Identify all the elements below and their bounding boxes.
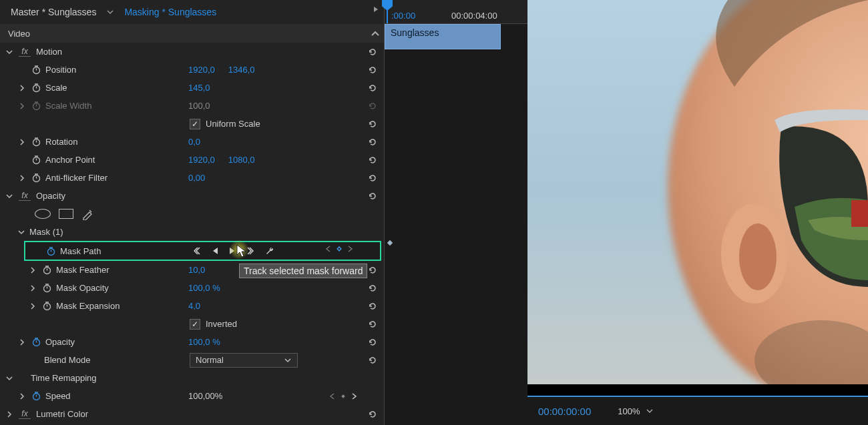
reset-icon[interactable] [367, 408, 379, 420]
opacity-prop-value[interactable]: 100,0 % [188, 337, 220, 347]
chevron-right-icon[interactable] [0, 85, 29, 91]
effect-time-remapping[interactable]: Time Remapping [0, 369, 384, 387]
wrench-icon[interactable] [264, 246, 275, 256]
stopwatch-icon[interactable] [40, 301, 53, 311]
reset-icon[interactable] [367, 318, 379, 330]
effect-lumetri[interactable]: fx Lumetri Color [0, 405, 384, 423]
reset-icon[interactable] [367, 118, 379, 130]
svg-rect-14 [387, 240, 393, 246]
stopwatch-icon[interactable] [29, 137, 43, 147]
track-backward-icon[interactable] [211, 246, 219, 256]
effect-opacity[interactable]: fx Opacity [0, 187, 384, 205]
stopwatch-icon [29, 101, 43, 111]
keyframe-diamond-icon[interactable] [386, 239, 394, 247]
reset-icon[interactable] [367, 46, 379, 58]
ellipse-mask-icon[interactable] [35, 209, 51, 219]
reset-icon[interactable] [367, 190, 379, 202]
chevron-right-icon[interactable] [0, 139, 29, 145]
next-keyframe-icon[interactable] [351, 393, 357, 400]
next-keyframe-icon[interactable] [347, 246, 353, 252]
track-forward-icon[interactable] [228, 246, 236, 256]
reset-icon[interactable] [367, 354, 379, 366]
blend-mode-select[interactable]: Normal [190, 353, 298, 368]
reset-icon[interactable] [367, 172, 379, 184]
timeline-clip[interactable]: Sunglasses [385, 24, 501, 49]
mask-group[interactable]: Mask (1) [0, 223, 384, 241]
tab-dropdown-icon[interactable] [105, 7, 115, 17]
track-forward-one-icon[interactable] [246, 246, 255, 256]
anchor-x[interactable]: 1920,0 [188, 155, 215, 165]
timeline-ruler[interactable]: :00:00 00:00:04:00 [385, 0, 527, 24]
reset-icon[interactable] [367, 82, 379, 94]
chevron-right-icon[interactable] [0, 103, 29, 109]
position-x[interactable]: 1920,0 [188, 65, 215, 75]
mini-timeline[interactable]: :00:00 00:00:04:00 Sunglasses [385, 0, 527, 425]
anti-flicker-value[interactable]: 0,00 [188, 173, 205, 183]
stopwatch-icon[interactable] [44, 246, 57, 256]
effect-motion[interactable]: fx Motion [0, 43, 384, 61]
collapse-up-icon[interactable] [371, 30, 380, 37]
pen-mask-icon[interactable] [81, 208, 93, 220]
property-scale: Scale 145,0 [0, 79, 384, 97]
rectangle-mask-icon[interactable] [59, 209, 73, 219]
track-back-one-icon[interactable] [192, 246, 202, 256]
stopwatch-icon[interactable] [40, 265, 53, 275]
scale-width-value: 100,0 [188, 101, 210, 111]
opacity-label: Opacity [36, 191, 136, 201]
tab-master[interactable]: Master * Sunglasses [5, 4, 101, 20]
tick-start: :00:00 [391, 11, 415, 21]
stopwatch-icon[interactable] [40, 283, 53, 293]
property-scale-width: Scale Width 100,0 [0, 97, 384, 115]
chevron-right-icon[interactable] [0, 411, 19, 418]
reset-icon[interactable] [367, 336, 379, 348]
reset-icon[interactable] [367, 264, 379, 276]
prev-keyframe-icon[interactable] [329, 393, 336, 400]
playhead[interactable] [387, 0, 388, 23]
chevron-right-icon[interactable] [0, 393, 29, 400]
stopwatch-icon[interactable] [29, 65, 43, 75]
mask-opacity-value[interactable]: 100,0 % [188, 283, 220, 293]
tab-masking[interactable]: Masking * Sunglasses [119, 4, 222, 20]
position-y[interactable]: 1346,0 [228, 65, 255, 75]
chevron-right-icon[interactable] [0, 285, 40, 292]
scale-value[interactable]: 145,0 [188, 83, 210, 93]
reset-icon[interactable] [367, 154, 379, 166]
stopwatch-icon[interactable] [29, 83, 43, 93]
reset-icon[interactable] [367, 282, 379, 294]
svg-rect-7 [337, 247, 341, 251]
blend-mode-value: Normal [196, 355, 224, 365]
property-position: Position 1920,01346,0 [0, 61, 384, 79]
chevron-right-icon[interactable] [0, 267, 40, 274]
property-blend-mode: Blend Mode Normal [0, 351, 384, 369]
uniform-scale-checkbox[interactable] [190, 119, 200, 129]
reset-icon[interactable] [367, 300, 379, 312]
chevron-down-icon[interactable] [0, 374, 19, 382]
chevron-right-icon[interactable] [0, 303, 40, 310]
zoom-select[interactable]: 100% [618, 406, 653, 416]
mask-expansion-value[interactable]: 4,0 [188, 301, 200, 311]
prev-keyframe-icon[interactable] [325, 246, 332, 252]
chevron-down-icon[interactable] [0, 228, 29, 236]
stopwatch-icon[interactable] [29, 391, 43, 401]
rotation-value[interactable]: 0,0 [188, 137, 200, 147]
chevron-right-icon[interactable] [0, 339, 29, 346]
chevron-down-icon[interactable] [0, 192, 19, 200]
keyframe-diamond-icon[interactable] [340, 393, 347, 400]
chevron-right-icon[interactable] [0, 175, 29, 181]
speed-value[interactable]: 100,00% [188, 391, 222, 401]
reset-icon [367, 100, 379, 112]
timecode[interactable]: 00:00:00:00 [538, 406, 591, 417]
mask-feather-value[interactable]: 10,0 [188, 265, 205, 275]
stopwatch-icon[interactable] [29, 173, 43, 183]
anchor-y[interactable]: 1080,0 [228, 155, 255, 165]
chevron-down-icon[interactable] [0, 48, 19, 56]
anchor-label: Anchor Point [45, 155, 146, 165]
stopwatch-icon[interactable] [29, 337, 43, 347]
keyframe-diamond-icon[interactable] [336, 246, 343, 252]
reset-icon[interactable] [367, 136, 379, 148]
tick-end: 00:00:04:00 [451, 11, 497, 21]
inverted-checkbox[interactable] [190, 319, 200, 330]
panel-play-icon[interactable] [372, 5, 380, 13]
stopwatch-icon[interactable] [29, 155, 43, 165]
reset-icon[interactable] [367, 64, 379, 76]
